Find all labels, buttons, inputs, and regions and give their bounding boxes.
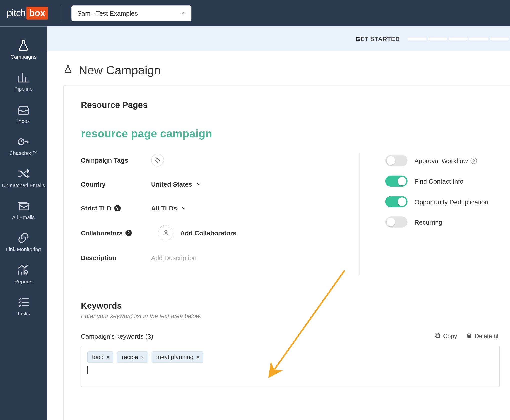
toggle-switch[interactable] xyxy=(385,196,408,207)
description-input[interactable]: Add Description xyxy=(151,254,196,261)
svg-rect-1 xyxy=(19,204,29,210)
progress-step[interactable] xyxy=(469,38,488,40)
sidebar-item-label: Chasebox™ xyxy=(9,150,38,157)
sidebar-item-inbox[interactable]: Inbox xyxy=(0,98,47,131)
country-selector[interactable]: United States xyxy=(151,180,202,188)
toggle-approval-workflow: Approval Workflow ? xyxy=(385,155,488,166)
progress-step[interactable] xyxy=(490,38,509,40)
toggle-switch[interactable] xyxy=(385,176,408,187)
sidebar-item-campaigns[interactable]: Campaigns xyxy=(0,34,47,66)
project-selector[interactable]: Sam - Test Examples xyxy=(71,5,191,21)
help-icon[interactable]: ? xyxy=(125,230,132,236)
topbar: pitch box Sam - Test Examples xyxy=(0,0,510,26)
sidebar-item-link-monitoring[interactable]: Link Monitoring xyxy=(0,227,47,259)
page-header: New Campaign xyxy=(47,51,510,85)
trend-chart-icon xyxy=(17,264,30,276)
toggle-opportunity-dedup: Opportunity Deduplication xyxy=(385,196,488,207)
copy-keywords-button[interactable]: Copy xyxy=(434,332,457,340)
field-label: Collaborators ? xyxy=(81,229,151,236)
help-icon[interactable]: ? xyxy=(470,157,477,164)
inbox-icon xyxy=(17,104,30,116)
keyword-chip: food× xyxy=(87,351,114,363)
text-cursor xyxy=(87,366,88,374)
remove-chip-icon[interactable]: × xyxy=(196,354,200,360)
progress-steps xyxy=(408,38,509,40)
sidebar-item-label: Unmatched Emails xyxy=(2,182,45,189)
chevron-down-icon xyxy=(179,10,185,16)
toggle-switch[interactable] xyxy=(385,155,408,166)
divider xyxy=(81,286,500,286)
field-description: Description Add Description xyxy=(81,251,342,264)
tag-icon xyxy=(151,154,164,166)
sidebar-item-tasks[interactable]: Tasks xyxy=(0,291,47,323)
field-collaborators: Collaborators ? Add Collaborators xyxy=(81,225,342,241)
add-collaborators-button[interactable]: Add Collaborators xyxy=(158,225,236,241)
progress-step[interactable] xyxy=(449,38,467,40)
delete-all-label: Delete all xyxy=(475,333,500,339)
envelopes-icon xyxy=(17,200,30,212)
flask-icon xyxy=(17,39,30,51)
sidebar-item-unmatched[interactable]: Unmatched Emails xyxy=(0,163,47,195)
progress-step[interactable] xyxy=(408,38,426,40)
field-label: Strict TLD ? xyxy=(81,204,151,211)
brand-text-pitch: pitch xyxy=(7,8,25,19)
keyword-chip-label: recipe xyxy=(122,354,138,360)
sidebar-item-label: Inbox xyxy=(17,118,30,125)
sidebar-item-all-emails[interactable]: All Emails xyxy=(0,195,47,227)
sidebar-item-label: Link Monitoring xyxy=(6,246,41,253)
progress-step[interactable] xyxy=(428,38,447,40)
keywords-help-text: Enter your keyword list in the text area… xyxy=(81,312,500,319)
toggle-find-contact-info: Find Contact Info xyxy=(385,176,488,187)
keyword-chip-label: food xyxy=(92,354,104,360)
country-value: United States xyxy=(151,180,192,188)
sidebar-item-label: Pipeline xyxy=(14,86,33,93)
chevron-down-icon xyxy=(181,205,187,211)
field-label: Campaign Tags xyxy=(81,156,151,164)
field-label: Country xyxy=(81,180,151,188)
remove-chip-icon[interactable]: × xyxy=(106,354,110,360)
toggle-label: Opportunity Deduplication xyxy=(414,198,488,205)
sidebar-item-label: Tasks xyxy=(17,311,30,317)
toggle-label: Approval Workflow xyxy=(414,157,468,164)
field-campaign-tags: Campaign Tags xyxy=(81,153,342,167)
help-icon[interactable]: ? xyxy=(114,205,121,211)
sidebar-item-label: All Emails xyxy=(12,214,35,221)
add-collaborators-label: Add Collaborators xyxy=(180,229,236,236)
shuffle-icon xyxy=(17,168,30,180)
sidebar-item-label: Campaigns xyxy=(10,54,36,60)
tld-value: All TLDs xyxy=(151,204,177,211)
field-strict-tld: Strict TLD ? All TLDs xyxy=(81,201,342,215)
remove-chip-icon[interactable]: × xyxy=(141,354,144,360)
tags-add-button[interactable] xyxy=(151,154,164,166)
tld-selector[interactable]: All TLDs xyxy=(151,204,187,211)
sidebar-item-pipeline[interactable]: Pipeline xyxy=(0,66,47,99)
field-label: Description xyxy=(81,254,151,261)
keywords-count-label: Campaign's keywords (3) xyxy=(81,332,153,340)
main-content: GET STARTED New Campaign Resource Pages … xyxy=(47,26,510,420)
sidebar-item-label: Reports xyxy=(14,279,32,285)
get-started-label: GET STARTED xyxy=(356,35,400,42)
project-selector-value: Sam - Test Examples xyxy=(77,10,138,17)
toggle-label: Find Contact Info xyxy=(414,177,463,185)
svg-rect-5 xyxy=(436,334,439,338)
section-title: Resource Pages xyxy=(81,100,500,110)
keyword-chip-label: meal planning xyxy=(156,354,193,360)
clock-arrow-icon xyxy=(17,136,30,148)
delete-all-keywords-button[interactable]: Delete all xyxy=(466,332,500,340)
flask-icon xyxy=(63,63,73,78)
checklist-icon xyxy=(17,296,30,308)
bar-chart-icon xyxy=(17,71,30,83)
copy-icon xyxy=(434,332,441,340)
sidebar-item-reports[interactable]: Reports xyxy=(0,259,47,291)
brand-text-box: box xyxy=(26,7,48,19)
trash-icon xyxy=(466,332,472,340)
sidebar: Campaigns Pipeline Inbox Chasebox™ xyxy=(0,26,47,420)
page-title: New Campaign xyxy=(79,64,161,77)
svg-point-3 xyxy=(156,159,157,159)
campaign-card: Resource Pages resource page campaign Ca… xyxy=(63,85,510,420)
sidebar-item-chasebox[interactable]: Chasebox™ xyxy=(0,131,47,163)
get-started-bar: GET STARTED xyxy=(47,26,510,51)
toggle-switch[interactable] xyxy=(385,216,408,228)
campaign-name-input[interactable]: resource page campaign xyxy=(81,127,500,140)
keywords-input[interactable]: food×recipe×meal planning× xyxy=(81,346,500,387)
